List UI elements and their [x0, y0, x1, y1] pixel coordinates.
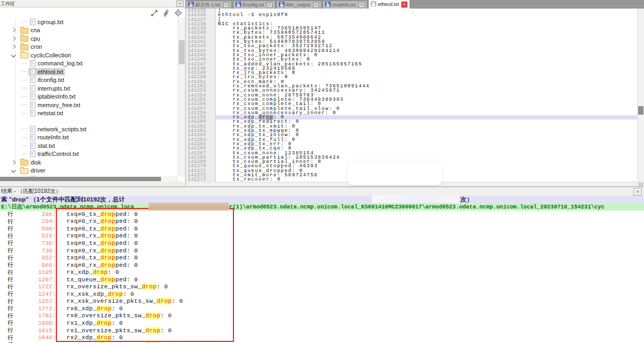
- tree-item-routeInfo.txt[interactable]: routeInfo.txt: [0, 133, 178, 142]
- tree-connector: [21, 154, 27, 154]
- tree-item-label: command_log.txt: [38, 60, 83, 66]
- tree-item-trafficControl.txt[interactable]: trafficControl.txt: [0, 150, 178, 159]
- file-tree: cgroup.txtcnacpucroncyclicCollectioncomm…: [0, 18, 178, 177]
- tree-vertical-scrollbar[interactable]: [178, 18, 185, 177]
- tab-close-icon[interactable]: ×: [358, 2, 364, 8]
- tab-close-icon[interactable]: ×: [267, 2, 273, 8]
- result-line-number: 738:: [15, 248, 56, 254]
- tab-新文件 1.txt[interactable]: 新文件 1.txt×: [186, 1, 232, 9]
- tab-label: ethtool.txt: [378, 2, 399, 7]
- results-header-title: 结果 - （匹配10192次）: [1, 188, 61, 195]
- tree-item-ethtool.txt[interactable]: ethtool.txt: [0, 68, 178, 76]
- save-icon: [325, 2, 331, 8]
- tab-close-icon[interactable]: ×: [223, 2, 229, 8]
- tree-item-iptablesInfo.txt[interactable]: iptablesInfo.txt: [0, 93, 178, 101]
- line-text: {: [216, 18, 638, 22]
- tree-horizontal-scrollbar-thumb[interactable]: [0, 177, 161, 181]
- result-line-number: 1207:: [15, 277, 56, 283]
- result-line-number: 730:: [15, 240, 56, 247]
- workspace-close-icon[interactable]: ×: [177, 1, 184, 7]
- folder-icon: [20, 36, 28, 42]
- chevron-down-icon[interactable]: [11, 53, 16, 57]
- editor-vertical-scrollbar[interactable]: [637, 9, 644, 182]
- locate-file-icon[interactable]: [174, 9, 182, 17]
- tree-item-label: netstat.txt: [38, 110, 63, 116]
- file-icon: [30, 19, 35, 25]
- tree-item-disk[interactable]: disk: [0, 158, 178, 167]
- results-path-suffix: r(1)\armod0523.odata.ncmp.unicom.local_K…: [229, 204, 604, 210]
- results-header: 结果 - （匹配10192次） ×: [0, 187, 644, 196]
- file-icon: [30, 60, 35, 66]
- tree-item-cpu[interactable]: cpu: [0, 34, 178, 43]
- tree-gap: [0, 117, 178, 125]
- tab-modinfo.txt[interactable]: modinfo.txt×: [323, 1, 367, 9]
- chevron-down-icon[interactable]: [11, 168, 16, 173]
- tab-fdm_output[interactable]: fdm_output×: [276, 1, 321, 9]
- chevron-right-icon[interactable]: [11, 160, 16, 165]
- chevron-right-icon[interactable]: [11, 44, 16, 49]
- tab-ethtool.txt[interactable]: ethtool.txt×: [368, 0, 410, 9]
- tree-item-label: cyclicCollection: [31, 52, 71, 58]
- file-icon: [30, 134, 35, 140]
- tree-item-label: network_scripts.txt: [38, 126, 86, 132]
- search-results-panel: 结果 - （匹配10192次） × 索 "drop" （1个文件中匹配到1019…: [0, 187, 644, 343]
- folder-icon: [20, 168, 28, 174]
- tree-item-label: driver: [31, 167, 46, 174]
- tab-label: ifconfig.txt: [243, 2, 265, 8]
- result-line-number: 1781:: [15, 312, 56, 319]
- result-line-number: 952:: [15, 255, 56, 261]
- tree-item-label: ifconfig.txt: [38, 77, 64, 83]
- save-icon: [236, 2, 241, 8]
- tree-item-interrupts.txt[interactable]: interrupts.txt: [0, 84, 178, 93]
- tree-connector: [21, 71, 27, 72]
- tab-label: modinfo.txt: [332, 2, 356, 8]
- file-icon: [30, 93, 35, 100]
- editor-vertical-scrollbar-thumb[interactable]: [638, 106, 643, 115]
- workspace-header: 工作区 ×: [0, 0, 185, 8]
- tab-bar: 新文件 1.txt×ifconfig.txt×fdm_output×modinf…: [186, 0, 644, 9]
- results-close-icon[interactable]: ×: [633, 188, 642, 196]
- save-icon: [279, 2, 284, 8]
- tree-item-network_scripts.txt[interactable]: network_scripts.txt: [0, 125, 178, 133]
- tree-item-ifconfig.txt[interactable]: ifconfig.txt: [0, 76, 178, 85]
- tree-item-cgroup.txt[interactable]: cgroup.txt: [0, 18, 178, 26]
- tree-item-driver[interactable]: driver: [0, 167, 178, 175]
- save-icon: [188, 2, 194, 8]
- workspace-title: 工作区: [1, 1, 15, 8]
- editor-code[interactable]: 142235}142236ethtool -S enp1s0f0142237{1…: [186, 9, 638, 182]
- tree-connector: [21, 80, 27, 80]
- expand-all-icon[interactable]: [150, 9, 158, 17]
- tab-close-icon[interactable]: ×: [313, 2, 319, 8]
- result-line-number: 1806:: [15, 320, 56, 326]
- chevron-right-icon[interactable]: [11, 28, 16, 32]
- result-line-number: 1247:: [15, 291, 56, 297]
- editor-panel: 新文件 1.txt×ifconfig.txt×fdm_output×modinf…: [186, 0, 644, 187]
- tree-connector: [21, 129, 27, 129]
- result-line-number: 1815:: [15, 327, 56, 334]
- result-line-number: 294:: [15, 218, 56, 225]
- tree-vertical-scrollbar-thumb[interactable]: [179, 40, 185, 64]
- tree-item-stat.txt[interactable]: stat.txt: [0, 141, 178, 150]
- tree-item-command_log.txt[interactable]: command_log.txt: [0, 59, 178, 68]
- folder-icon: [20, 53, 28, 58]
- tree-item-cron[interactable]: cron: [0, 43, 178, 51]
- tree-item-cyclicCollection[interactable]: cyclicCollection: [0, 51, 178, 59]
- tree-item-label: routeInfo.txt: [38, 134, 69, 140]
- tab-ifconfig.txt[interactable]: ifconfig.txt×: [233, 1, 276, 9]
- line-text: ethtool -S enp1s0f0: [216, 13, 638, 17]
- folder-icon: [20, 160, 28, 166]
- tree-item-label: cna: [31, 27, 40, 33]
- tree-item-label: memory_free.txt: [38, 102, 80, 108]
- code-line-142236[interactable]: 142236ethtool -S enp1s0f0: [186, 13, 638, 17]
- result-line-number: 1840:: [15, 334, 56, 341]
- result-line-number: 286:: [15, 211, 56, 218]
- tree-item-cna[interactable]: cna: [0, 26, 178, 35]
- tab-close-icon[interactable]: ×: [401, 2, 407, 8]
- tree-horizontal-scrollbar[interactable]: [0, 176, 178, 182]
- tree-item-label: trafficControl.txt: [38, 151, 79, 157]
- tree-item-netstat.txt[interactable]: netstat.txt: [0, 109, 178, 118]
- chevron-right-icon[interactable]: [11, 36, 16, 41]
- tree-item-memory_free.txt[interactable]: memory_free.txt: [0, 101, 178, 109]
- editor-scroll-corner: [638, 183, 643, 186]
- collapse-all-icon[interactable]: [162, 9, 170, 17]
